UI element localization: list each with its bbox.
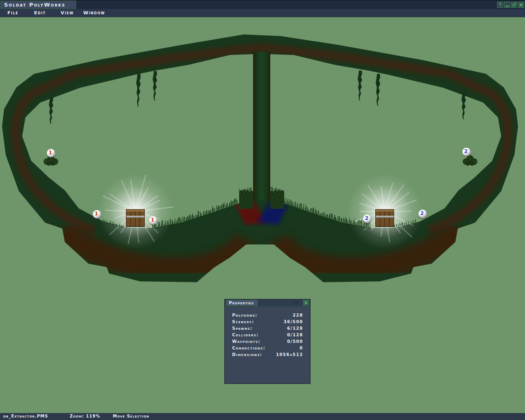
property-value: 0/500 [287, 339, 303, 344]
property-label: Connections: [232, 346, 265, 350]
status-bar: db_Extractor.PMS Zoom: 119% Move Selecti… [0, 413, 525, 420]
property-value: 1056x512 [276, 352, 303, 357]
spawn-marker-alpha[interactable]: 1 [93, 210, 101, 219]
vine-scenery[interactable] [358, 71, 362, 100]
spawn-marker-alpha[interactable]: 1 [149, 216, 158, 225]
hedge-scenery[interactable] [239, 189, 253, 209]
help-icon: ? [499, 3, 502, 7]
property-label: Colliders: [232, 333, 259, 337]
property-row-spawns: Spawns:6/128 [225, 325, 310, 331]
property-value: 6/128 [287, 326, 303, 331]
property-row-scenery: Scenery:36/500 [225, 318, 310, 325]
properties-title-tab: Properties [226, 300, 258, 306]
crate-scenery[interactable] [375, 209, 394, 227]
property-row-waypoints: Waypoints:0/500 [225, 338, 310, 345]
title-bar[interactable]: Soldat PolyWorks ? [0, 0, 525, 9]
property-value: 228 [293, 313, 303, 317]
properties-title: Properties [229, 301, 254, 305]
restore-button[interactable] [511, 2, 517, 8]
property-label: Spawns: [232, 326, 253, 331]
spawn-marker-number: 2 [420, 211, 424, 216]
minimize-button[interactable] [504, 2, 510, 8]
spawn-marker-number: 1 [95, 211, 98, 216]
bush-scenery[interactable] [463, 155, 477, 166]
window-controls: ? [497, 2, 524, 8]
minimize-icon [506, 6, 509, 7]
terrain-shading [0, 17, 525, 304]
menu-bar: File Edit View Window [0, 9, 525, 17]
property-label: Polygons: [232, 313, 258, 317]
crate-scenery[interactable] [126, 209, 145, 227]
property-value: 36/500 [284, 320, 303, 324]
restore-icon [512, 3, 516, 7]
spawn-marker-number: 1 [49, 150, 52, 155]
help-button[interactable]: ? [497, 2, 503, 8]
window-title: Soldat PolyWorks [4, 2, 66, 8]
property-row-colliders: Colliders:0/128 [225, 331, 310, 338]
menu-window[interactable]: Window [83, 10, 105, 16]
status-active-tool: Move Selection [113, 414, 149, 418]
menu-view[interactable]: View [61, 10, 74, 16]
vine-scenery[interactable] [376, 74, 380, 106]
vine-scenery[interactable] [153, 71, 157, 100]
property-label: Dimensions: [232, 352, 262, 357]
property-row-dimensions: Dimensions:1056x512 [225, 351, 310, 358]
panel-close-button[interactable] [303, 300, 309, 306]
spawn-marker-number: 2 [464, 149, 468, 154]
window-title-box: Soldat PolyWorks [0, 0, 76, 9]
status-file-name: db_Extractor.PMS [3, 414, 48, 418]
menu-edit[interactable]: Edit [34, 10, 46, 16]
properties-panel: Properties Polygons:228Scenery:36/500Spa… [224, 299, 310, 384]
property-value: 0 [300, 346, 303, 350]
status-zoom-level: Zoom: 119% [70, 414, 100, 418]
collapse-icon[interactable] [294, 301, 299, 304]
menu-file[interactable]: File [7, 10, 18, 16]
property-label: Waypoints: [232, 339, 260, 344]
property-value: 0/128 [287, 333, 303, 337]
property-row-connections: Connections:0 [225, 345, 310, 351]
vine-scenery[interactable] [136, 74, 141, 107]
spawn-marker-alpha[interactable]: 1 [47, 149, 55, 158]
close-icon [519, 3, 523, 7]
close-button[interactable] [518, 2, 524, 8]
spawn-marker-bravo[interactable]: 2 [462, 148, 471, 156]
property-row-polygons: Polygons:228 [225, 312, 310, 318]
vine-scenery[interactable] [461, 91, 466, 119]
vine-scenery[interactable] [49, 97, 53, 124]
spawn-marker-bravo[interactable]: 2 [363, 215, 372, 223]
hedge-scenery[interactable] [270, 189, 284, 209]
spawn-marker-number: 2 [365, 216, 368, 221]
spawn-marker-number: 1 [151, 217, 154, 222]
properties-panel-header[interactable]: Properties [225, 299, 310, 307]
property-label: Scenery: [232, 320, 254, 324]
properties-rows: Polygons:228Scenery:36/500Spawns:6/128Co… [225, 312, 310, 358]
spawn-marker-bravo[interactable]: 2 [418, 210, 427, 218]
